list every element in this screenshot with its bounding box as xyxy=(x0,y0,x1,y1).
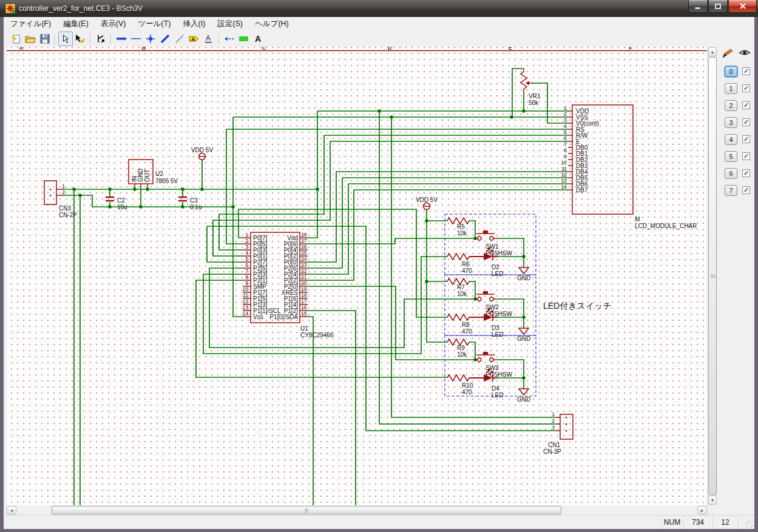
wire-diagonal-icon[interactable] xyxy=(172,32,187,46)
resize-grip[interactable] xyxy=(745,520,753,528)
label-text-icon[interactable]: A xyxy=(201,32,216,46)
switch-led-block[interactable]: R710kSW2PUSHSWR8470D3LEDGND xyxy=(445,275,536,342)
switch-led-block[interactable]: R910kSW3PUSHSWR10470D4LEDGND xyxy=(445,335,536,403)
close-button[interactable] xyxy=(728,0,757,13)
gnd-symbol[interactable] xyxy=(519,328,529,334)
menu-tools[interactable]: ツール(T) xyxy=(132,17,176,31)
menu-help[interactable]: ヘルプ(H) xyxy=(249,17,294,31)
layer-visible-checkbox-4[interactable]: ✓ xyxy=(742,135,750,143)
pin-number: 3 xyxy=(245,244,248,250)
layer-button-1[interactable]: 1 xyxy=(725,83,737,94)
junction-dot xyxy=(510,115,513,119)
scroll-left-button[interactable]: ◄ xyxy=(7,506,16,514)
c3-value: 0.1u xyxy=(190,204,201,210)
gnd-symbol[interactable] xyxy=(519,268,529,274)
layer-button-0[interactable]: 0 xyxy=(725,66,737,77)
wire-tool-icon[interactable] xyxy=(93,32,108,46)
vertical-scroll-thumb[interactable] xyxy=(708,57,717,495)
annotation-text[interactable]: LED付きスイッチ xyxy=(543,301,612,311)
pin-number: 10 xyxy=(561,160,567,166)
pin-number: 10 xyxy=(243,286,249,292)
new-document-icon[interactable] xyxy=(8,32,23,46)
open-folder-icon[interactable] xyxy=(23,32,38,46)
vertical-scrollbar[interactable]: ▲ ▼ xyxy=(707,47,717,505)
layer-button-3[interactable]: 3 xyxy=(725,117,737,128)
u2-pin-gnd: GND xyxy=(137,169,144,182)
resistor-value: 470 xyxy=(462,389,472,396)
vdd-label: VDD 5V xyxy=(416,197,438,203)
menu-view[interactable]: 表示(V) xyxy=(95,17,132,31)
cn3-connector-symbol[interactable] xyxy=(44,181,56,204)
switch-led-block[interactable]: R510kSW1PUSHSWR6470D2LEDGND xyxy=(445,214,536,281)
pin-number: 20 xyxy=(301,280,307,286)
net-label-icon[interactable]: A xyxy=(187,32,201,46)
u2-value: 7805 5V xyxy=(155,178,178,184)
horizontal-scrollbar[interactable]: ◄ ► xyxy=(7,505,707,515)
wires[interactable] xyxy=(63,69,568,505)
svg-text:A: A xyxy=(206,34,211,42)
lcd-ref: M xyxy=(635,216,640,223)
menu-settings[interactable]: 設定(S) xyxy=(212,17,248,31)
pin-number: 16 xyxy=(301,305,307,311)
text-icon[interactable]: A xyxy=(251,32,266,46)
junction-dot xyxy=(146,187,149,191)
bus-icon[interactable] xyxy=(114,32,129,46)
scroll-right-button[interactable]: ► xyxy=(697,506,707,514)
menu-file[interactable]: ファイル(F) xyxy=(5,17,56,31)
bus-diagonal-icon[interactable] xyxy=(158,32,172,46)
layer-visible-checkbox-6[interactable]: ✓ xyxy=(742,169,750,177)
layer-button-5[interactable]: 5 xyxy=(725,151,737,162)
pin-number: 26 xyxy=(301,244,307,250)
junction-dot xyxy=(522,255,526,258)
layer-button-2[interactable]: 2 xyxy=(725,100,737,111)
gnd-label: GND xyxy=(517,335,530,342)
layer-button-4[interactable]: 4 xyxy=(725,134,737,145)
filled-box-icon[interactable] xyxy=(237,32,251,46)
layer-button-7[interactable]: 7 xyxy=(725,185,737,196)
layer-button-6[interactable]: 6 xyxy=(725,168,737,179)
menu-edit[interactable]: 編集(E) xyxy=(58,17,94,31)
pencil-icon xyxy=(722,48,734,59)
switch-contact xyxy=(490,297,493,301)
layer-visible-checkbox-0[interactable]: ✓ xyxy=(742,67,750,75)
resistor-ref: R7 xyxy=(457,284,465,291)
vr1-wiper-arrow xyxy=(526,81,529,86)
vdd-label: VDD 5V xyxy=(191,147,213,153)
pin-number: 21 xyxy=(301,274,307,280)
switch-contact xyxy=(478,237,481,240)
minimize-button[interactable] xyxy=(688,0,708,13)
led-value: LED xyxy=(492,271,503,277)
dashed-line-icon[interactable] xyxy=(222,32,237,46)
gnd-label: GND xyxy=(517,275,530,281)
junction-dot xyxy=(425,219,428,223)
select-arrow-icon[interactable] xyxy=(58,32,73,46)
junction-icon[interactable] xyxy=(143,32,158,46)
switch-contact xyxy=(478,297,481,301)
c2-ref: C2 xyxy=(117,197,125,204)
junction-dot xyxy=(522,315,526,319)
gnd-symbol[interactable] xyxy=(519,389,529,395)
scroll-down-button[interactable]: ▼ xyxy=(708,496,717,505)
scroll-up-button[interactable]: ▲ xyxy=(708,47,717,56)
pin-number: 6 xyxy=(245,262,248,268)
menu-insert[interactable]: 挿入(I) xyxy=(178,17,211,31)
wire-icon[interactable] xyxy=(129,32,143,46)
restore-button[interactable] xyxy=(708,0,728,13)
layer-visible-checkbox-5[interactable]: ✓ xyxy=(742,152,750,160)
pin-number: 17 xyxy=(301,298,307,305)
layer-visible-checkbox-3[interactable]: ✓ xyxy=(742,118,750,126)
layer-visible-checkbox-7[interactable]: ✓ xyxy=(742,186,750,194)
layer-visible-checkbox-2[interactable]: ✓ xyxy=(742,101,750,109)
u1-pin-label: Vss xyxy=(253,314,263,320)
switch-contact xyxy=(490,237,493,240)
save-icon[interactable] xyxy=(38,32,52,46)
layer-visible-checkbox-1[interactable]: ✓ xyxy=(742,84,750,92)
block-select-icon[interactable] xyxy=(73,32,87,46)
bsch3v-app-icon xyxy=(5,4,15,13)
horizontal-scroll-thumb[interactable] xyxy=(52,506,561,514)
led-value: LED xyxy=(492,331,503,338)
pin-number: 7 xyxy=(245,268,248,274)
resistor-ref: R10 xyxy=(462,382,473,389)
vr1-potentiometer-symbol[interactable] xyxy=(521,69,533,92)
schematic-canvas[interactable]: A B C D E F CN3 CN-2P C2 10u U2 7805 5V … xyxy=(7,47,707,505)
